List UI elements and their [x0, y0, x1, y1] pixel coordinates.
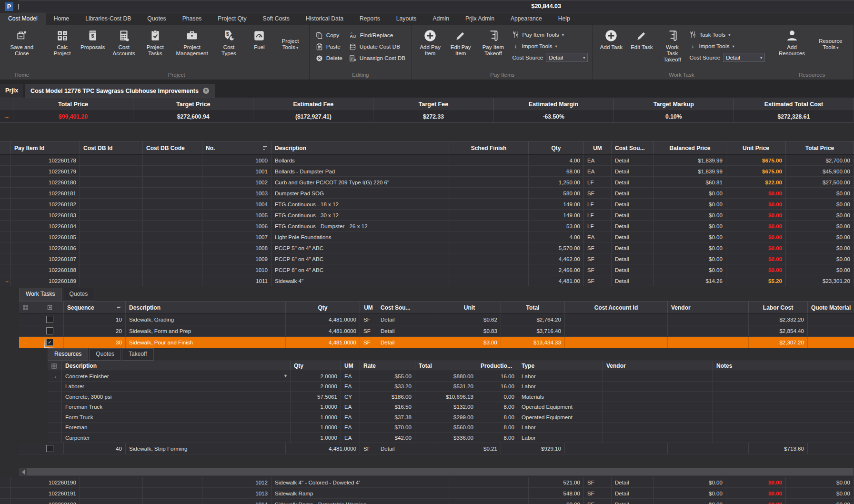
grid-selector-header[interactable]: [19, 302, 36, 313]
column-header-productio[interactable]: Productio...: [477, 361, 518, 371]
menu-tab-layouts[interactable]: Layouts: [388, 13, 425, 25]
row-checkbox[interactable]: [46, 445, 53, 452]
pay-item-row[interactable]: 1022601871009PCCP 6" on 4" ABC4,462.00SF…: [0, 253, 854, 264]
scrollbar-thumb[interactable]: [27, 468, 853, 475]
update-cost-db-button[interactable]: Update Cost DB: [346, 41, 409, 52]
fuel-button[interactable]: Fuel: [244, 27, 274, 51]
pay-item-tools-dropdown[interactable]: Pay Item Tools▾: [510, 30, 590, 40]
column-header-total-price[interactable]: Total Price: [786, 141, 854, 154]
unassign-cost-db-button[interactable]: Unassign Cost DB: [346, 52, 409, 64]
pay-item-row[interactable]: 1022601901012Sidewalk 4" - Colored - Dow…: [0, 477, 854, 488]
column-header-sched-finish[interactable]: Sched Finish: [449, 141, 529, 154]
column-header-vendor[interactable]: Vendor: [668, 302, 749, 313]
tab-resources[interactable]: Resources: [48, 348, 88, 361]
cost-source-select[interactable]: Detail▾: [546, 53, 588, 62]
menu-tab-home[interactable]: Home: [46, 13, 78, 25]
column-header-um[interactable]: UM: [584, 141, 612, 154]
menu-tab-prjix-admin[interactable]: Prjix Admin: [457, 13, 502, 25]
add-pay-item-button[interactable]: Add Pay Item: [415, 27, 445, 58]
column-header-qty[interactable]: Qty: [286, 302, 360, 313]
row-checkbox[interactable]: [46, 316, 53, 323]
column-header-um[interactable]: UM: [360, 302, 377, 313]
menu-tab-phases[interactable]: Phases: [174, 13, 210, 25]
pay-item-takeoff-button[interactable]: Pay Item Takeoff: [476, 27, 510, 58]
pay-item-row[interactable]: 1022601821004FTG-Continuous - 18 x 12149…: [0, 199, 854, 210]
column-header-type[interactable]: Type: [518, 361, 603, 371]
work-task-row[interactable]: 20Sidewalk, Form and Prep4,481.0000SFDet…: [19, 325, 854, 337]
column-header-pay-item-id[interactable]: Pay Item Id: [11, 141, 80, 154]
pay-item-row[interactable]: 1022601781000Bollards4.00EADetail$1,839.…: [0, 155, 854, 166]
resource-row[interactable]: Form Truck1.0000EA$37.38$299.008.00Opera…: [48, 412, 854, 423]
column-header-vendor[interactable]: Vendor: [603, 361, 713, 371]
pay-item-row[interactable]: 1022601861008PCCP 5" on 4" ABC5,570.00SF…: [0, 242, 854, 253]
find-replace-button[interactable]: ABFind/Replace: [346, 30, 409, 41]
column-header-balanced-price[interactable]: Balanced Price: [654, 141, 726, 154]
column-header-cost-sou[interactable]: Cost Sou...: [377, 302, 438, 313]
horizontal-scrollbar[interactable]: [19, 468, 854, 476]
column-header-no[interactable]: No.: [202, 141, 271, 154]
document-tab[interactable]: Cost Model 12776 TPC Sawgrass Clubhouse …: [25, 84, 215, 98]
paste-button[interactable]: Paste: [312, 41, 346, 52]
delete-button[interactable]: Delete: [312, 52, 346, 64]
proposals-button[interactable]: $Proposals: [78, 27, 108, 51]
menu-tab-project-qty[interactable]: Project Qty: [210, 13, 254, 25]
menu-tab-soft-costs[interactable]: Soft Costs: [255, 13, 298, 25]
tab-work-tasks[interactable]: Work Tasks: [19, 288, 62, 301]
import-tools-dropdown[interactable]: ↓Import Tools▾: [510, 41, 590, 51]
column-header-qty[interactable]: Qty: [529, 141, 584, 154]
column-header-um[interactable]: UM: [341, 361, 360, 371]
grid-selector-header[interactable]: [48, 361, 62, 371]
menu-tab-reports[interactable]: Reports: [352, 13, 388, 25]
cost-source-select[interactable]: Detail▾: [723, 53, 765, 62]
app-menu-tab[interactable]: Prjix: [0, 84, 23, 98]
resource-row[interactable]: Carpenter1.0000EA$42.00$336.008.00Labor: [48, 433, 854, 443]
column-header-notes[interactable]: Notes: [713, 361, 854, 371]
project-tasks-button[interactable]: Project Tasks: [140, 27, 171, 58]
menu-tab-cost-model[interactable]: Cost Model: [0, 13, 46, 25]
scroll-left-button[interactable]: [19, 468, 27, 476]
row-checkbox[interactable]: ✓: [46, 339, 53, 346]
resource-row[interactable]: →Concrete Finisher▼2.0000EA$55.00$880.00…: [48, 371, 854, 382]
task-tools-dropdown[interactable]: Task Tools▾: [687, 30, 767, 40]
menu-tab-historical-data[interactable]: Historical Data: [298, 13, 352, 25]
column-header-total[interactable]: Total: [415, 361, 477, 371]
select-all-header[interactable]: [36, 302, 64, 313]
resource-row[interactable]: Concrete, 3000 psi57.5061CY$186.00$10,69…: [48, 392, 854, 402]
menu-tab-quotes[interactable]: Quotes: [139, 13, 174, 25]
column-header-description[interactable]: Description: [126, 302, 286, 313]
save-and-close-button[interactable]: Save and Close: [3, 27, 41, 58]
resource-row[interactable]: Foreman1.0000EA$70.00$560.008.00Labor: [48, 423, 854, 433]
cost-types-button[interactable]: $Cost Types: [213, 27, 244, 58]
work-task-row[interactable]: 10Sidewalk, Grading4,481.0000SFDetail$0.…: [19, 314, 854, 325]
pay-item-row[interactable]: 1022601911013Sidewalk Ramp548.00SFDetail…: [0, 488, 854, 499]
pay-item-row[interactable]: 1022601811003Dumpster Pad SOG580.00SFDet…: [0, 188, 854, 199]
add-task-button[interactable]: Add Task: [596, 27, 626, 51]
cost-accounts-button[interactable]: Cost Accounts: [108, 27, 140, 58]
app-logo[interactable]: P: [3, 1, 15, 12]
menu-tab-libraries-cost-db[interactable]: Libraries-Cost DB: [77, 13, 139, 25]
import-tools-dropdown[interactable]: ↓Import Tools▾: [687, 41, 767, 51]
menu-tab-appearance[interactable]: Appearance: [502, 13, 550, 25]
pay-item-row[interactable]: 1022601791001Bollards - Dumpster Pad68.0…: [0, 166, 854, 177]
resource-row[interactable]: Foreman Truck1.0000EA$16.50$132.008.00Op…: [48, 402, 854, 413]
pay-item-row[interactable]: 1022601801002Curb and Gutter PC/COT 209 …: [0, 177, 854, 188]
tab-quotes[interactable]: Quotes: [63, 288, 95, 301]
add-resources-button[interactable]: Add Resources: [773, 27, 810, 58]
column-header-qty[interactable]: Qty: [291, 361, 341, 371]
resource-tools-button[interactable]: Resource Tools ▾: [811, 27, 851, 52]
column-header-cost-db-id[interactable]: Cost DB Id: [80, 141, 143, 154]
close-tab-icon[interactable]: ✕: [203, 88, 209, 94]
column-header-total[interactable]: Total: [501, 302, 565, 313]
column-header-unit-price[interactable]: Unit Price: [726, 141, 786, 154]
tab-takeoff[interactable]: Takeoff: [122, 348, 153, 361]
edit-task-button[interactable]: Edit Task: [626, 27, 657, 51]
menu-tab-admin[interactable]: Admin: [424, 13, 457, 25]
work-task-row[interactable]: 40Sidewalk, Strip Forming4,481.0000SFDet…: [19, 443, 854, 454]
column-header-quote-material[interactable]: Quote Material: [808, 302, 854, 313]
column-header-description[interactable]: Description: [62, 361, 291, 371]
project-management-button[interactable]: Project Management: [171, 27, 214, 58]
resource-row[interactable]: Laborer2.0000EA$33.20$531.2016.00Labor: [48, 382, 854, 392]
column-header-cost-account-id[interactable]: Cost Account Id: [565, 302, 668, 313]
pay-item-row[interactable]: 1022601841006FTG-Continuous - Dumpster -…: [0, 221, 854, 232]
column-header-description[interactable]: Description: [271, 141, 449, 154]
